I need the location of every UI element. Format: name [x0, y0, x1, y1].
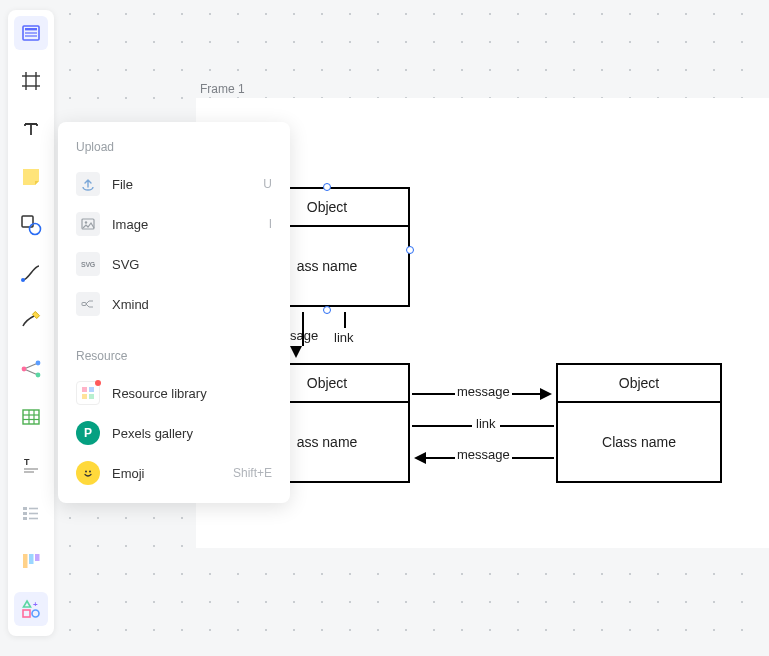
svg-rect-27: [23, 512, 27, 515]
svg-point-9: [30, 224, 41, 235]
svg-text:T: T: [24, 457, 30, 467]
svg-rect-46: [89, 387, 94, 392]
file-upload-icon: [76, 172, 100, 196]
emoji-item[interactable]: Emoji Shift+E: [58, 453, 290, 493]
arrow-head-right: [540, 388, 552, 400]
upload-file-shortcut: U: [263, 177, 272, 191]
frame-tool[interactable]: [14, 64, 48, 98]
svg-rect-29: [23, 517, 27, 520]
list-tool[interactable]: [14, 496, 48, 530]
mindmap-tool[interactable]: [14, 352, 48, 386]
text-block-icon: T: [21, 455, 41, 475]
svg-rect-31: [23, 554, 28, 568]
svg-rect-34: [23, 610, 30, 617]
emoji-icon: [76, 461, 100, 485]
templates-icon: [21, 23, 41, 43]
resource-section-title: Resource: [58, 345, 290, 373]
connector-tool[interactable]: [14, 256, 48, 290]
upload-image-shortcut: I: [269, 217, 272, 231]
text-icon: [21, 119, 41, 139]
upload-image-label: Image: [112, 217, 257, 232]
arrow-head-down-left: [290, 346, 302, 358]
svg-point-10: [21, 278, 25, 282]
message-label-partial[interactable]: sage: [290, 328, 318, 343]
svg-point-16: [36, 373, 41, 378]
svg-rect-48: [89, 394, 94, 399]
emoji-label: Emoji: [112, 466, 221, 481]
text-block-tool[interactable]: T: [14, 448, 48, 482]
kanban-tool[interactable]: [14, 544, 48, 578]
more-shapes-tool[interactable]: +: [14, 592, 48, 626]
frame-label[interactable]: Frame 1: [200, 82, 245, 96]
svg-point-35: [32, 610, 39, 617]
new-badge-dot: [95, 380, 101, 386]
svg-point-50: [89, 471, 91, 473]
templates-tool[interactable]: [14, 16, 48, 50]
emoji-shortcut: Shift+E: [233, 466, 272, 480]
svg-point-39: [85, 221, 87, 223]
connector-v-1b: [344, 312, 346, 328]
shape-tool[interactable]: [14, 208, 48, 242]
arrow-head-left: [414, 452, 426, 464]
connector-v-1a: [302, 312, 304, 346]
sticky-note-icon: [20, 166, 42, 188]
uml-object-3-title: Object: [558, 365, 720, 403]
svg-icon: SVG: [76, 252, 100, 276]
left-toolbar: T +: [8, 10, 54, 636]
svg-line-42: [86, 304, 89, 307]
message-label-3[interactable]: message: [455, 447, 512, 462]
text-tool[interactable]: [14, 112, 48, 146]
link-label-1[interactable]: link: [334, 330, 354, 345]
message-label-2[interactable]: message: [455, 384, 512, 399]
svg-point-15: [36, 361, 41, 366]
upload-file-item[interactable]: File U: [58, 164, 290, 204]
connector-icon: [20, 262, 42, 284]
upload-xmind-label: Xmind: [112, 297, 272, 312]
pexels-gallery-item[interactable]: P Pexels gallery: [58, 413, 290, 453]
upload-image-item[interactable]: Image I: [58, 204, 290, 244]
mindmap-icon: [20, 358, 42, 380]
svg-marker-36: [24, 601, 31, 607]
selection-handle[interactable]: [323, 306, 331, 314]
uml-object-3[interactable]: Object Class name: [556, 363, 722, 483]
upload-file-label: File: [112, 177, 251, 192]
svg-line-41: [86, 301, 89, 304]
pexels-icon: P: [76, 421, 100, 445]
svg-rect-45: [82, 387, 87, 392]
svg-rect-32: [29, 554, 34, 564]
upload-section-title: Upload: [58, 136, 290, 164]
flyout-divider: [58, 334, 290, 335]
selection-handle[interactable]: [406, 246, 414, 254]
svg-rect-33: [35, 554, 40, 561]
more-shapes-icon: +: [21, 599, 41, 619]
svg-point-49: [85, 471, 87, 473]
svg-rect-47: [82, 394, 87, 399]
upload-flyout: Upload File U Image I SVG SVG Xmind Reso…: [58, 122, 290, 503]
frame-icon: [21, 71, 41, 91]
pen-icon: [20, 310, 42, 332]
upload-xmind-item[interactable]: Xmind: [58, 284, 290, 324]
xmind-icon: [76, 292, 100, 316]
shape-icon: [20, 214, 42, 236]
table-tool[interactable]: [14, 400, 48, 434]
resource-library-label: Resource library: [112, 386, 272, 401]
kanban-icon: [21, 551, 41, 571]
svg-rect-1: [25, 28, 37, 30]
pexels-gallery-label: Pexels gallery: [112, 426, 272, 441]
link-label-2[interactable]: link: [472, 416, 500, 431]
svg-text:+: +: [33, 600, 38, 609]
svg-rect-25: [23, 507, 27, 510]
table-icon: [21, 407, 41, 427]
upload-svg-item[interactable]: SVG SVG: [58, 244, 290, 284]
resource-library-icon: [76, 381, 100, 405]
list-icon: [21, 503, 41, 523]
svg-rect-11: [32, 311, 39, 318]
image-icon: [76, 212, 100, 236]
svg-rect-40: [82, 303, 86, 306]
pen-tool[interactable]: [14, 304, 48, 338]
svg-rect-17: [23, 410, 39, 424]
sticky-note-tool[interactable]: [14, 160, 48, 194]
resource-library-item[interactable]: Resource library: [58, 373, 290, 413]
selection-handle[interactable]: [323, 183, 331, 191]
svg-point-14: [22, 367, 27, 372]
